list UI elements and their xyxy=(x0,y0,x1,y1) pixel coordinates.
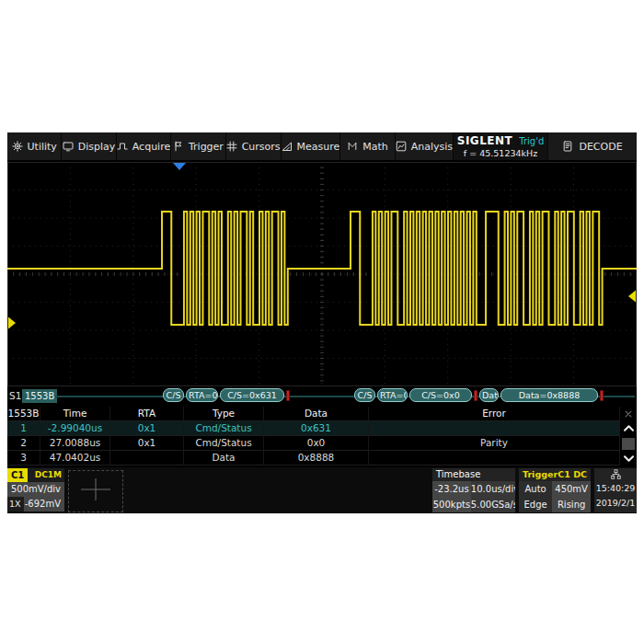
add-channel-box[interactable] xyxy=(68,470,123,512)
trigger-level-marker[interactable] xyxy=(628,291,636,303)
menu-item-label: Acquire xyxy=(132,141,170,153)
trigger-type: Edge xyxy=(519,497,552,512)
trigger-panel[interactable]: Trigger C1 DC Auto 450mV Edge Rising xyxy=(519,468,591,512)
table-cell: 47.0402us xyxy=(40,451,110,466)
decode-table: 1553BTimeRTATypeDataError1-2.99040us0x1C… xyxy=(7,407,637,466)
timebase-sample-rate: 5.00GSa/s xyxy=(471,497,515,512)
decode-bubble: Data=0x8888 xyxy=(500,388,598,402)
menu-item-measure[interactable]: Measure xyxy=(281,132,340,160)
menu-item-label: Trigger xyxy=(189,141,224,153)
table-header-row: 1553BTimeRTATypeDataError xyxy=(7,407,620,421)
timebase-delay: -23.2us xyxy=(432,481,471,497)
plus-crosshair-icon xyxy=(75,476,116,507)
table-cell xyxy=(110,451,184,466)
menu-item-label: Analysis xyxy=(411,141,453,153)
menu-item-cursors[interactable]: Cursors xyxy=(225,132,281,160)
status-bar: C1 DC1M 500mV/div 1X -692mV Timebase -23… xyxy=(7,467,637,513)
network-icon xyxy=(594,468,637,481)
trigger-slope: Rising xyxy=(552,497,591,512)
clock-date: 2019/2/1 xyxy=(594,496,637,511)
display-icon xyxy=(63,141,74,152)
channel1-badge: C1 xyxy=(7,468,28,482)
decode-bubble: C/S xyxy=(354,388,375,402)
table-cell: Time xyxy=(40,407,110,421)
chevron-down-icon[interactable] xyxy=(621,453,636,465)
decode-label: DECODE xyxy=(579,141,622,153)
table-cell: -2.99040us xyxy=(40,421,110,436)
table-cell: 2 xyxy=(7,436,40,451)
table-cell: Data xyxy=(184,451,264,466)
channel1-panel[interactable]: C1 DC1M 500mV/div 1X -692mV xyxy=(7,468,64,512)
menu-item-label: Display xyxy=(78,141,116,153)
close-icon[interactable] xyxy=(621,408,636,420)
decode-bubble: C/S=0x631 xyxy=(220,388,284,402)
table-cell: 27.0088us xyxy=(40,436,110,451)
math-icon xyxy=(347,141,358,152)
clock-panel[interactable]: 15:40:29 2019/2/1 xyxy=(594,468,637,512)
channel1-offset-marker[interactable] xyxy=(8,317,16,329)
table-cell: Cmd/Status xyxy=(184,436,264,451)
table-cell xyxy=(369,451,620,466)
table-cell: 0x1 xyxy=(110,436,184,451)
trigger-flag-icon xyxy=(173,141,184,152)
menu-item-label: Cursors xyxy=(242,141,281,153)
menu-item-trigger[interactable]: Trigger xyxy=(170,132,224,160)
menu-item-label: Utility xyxy=(28,141,57,153)
clock-time: 15:40:29 xyxy=(594,481,637,496)
table-cell: Type xyxy=(184,407,264,421)
trigger-position-marker[interactable] xyxy=(173,163,186,170)
trigger-level: 450mV xyxy=(552,481,591,497)
table-cell: 3 xyxy=(7,451,40,466)
channel1-coupling: DC1M xyxy=(35,470,62,479)
channel1-probe: 1X xyxy=(7,497,24,512)
trigger-title: Trigger xyxy=(523,468,558,481)
table-cell: 0x1 xyxy=(110,421,184,436)
trigger-source: C1 DC xyxy=(558,468,587,481)
timebase-panel[interactable]: Timebase -23.2us 10.0us/div 500kpts 5.00… xyxy=(432,468,515,512)
menu-item-analysis[interactable]: Analysis xyxy=(395,132,453,160)
oscilloscope-screen: UtilityDisplayAcquireTriggerCursorsMeasu… xyxy=(7,132,637,513)
acquire-icon xyxy=(117,141,128,152)
chevron-up-icon[interactable] xyxy=(621,422,636,434)
menu-item-acquire[interactable]: Acquire xyxy=(116,132,170,160)
scrollbar-thumb[interactable] xyxy=(622,438,635,450)
table-cell: Data xyxy=(264,407,369,421)
table-cell: Cmd/Status xyxy=(184,421,264,436)
menu-item-decode[interactable]: DECODE xyxy=(548,132,637,160)
decode-bubble: Data xyxy=(479,388,499,402)
table-cell xyxy=(369,421,620,436)
table-cell: 0x631 xyxy=(264,421,369,436)
table-cell: 0x8888 xyxy=(264,451,369,466)
menu-item-label: Measure xyxy=(297,141,340,153)
trigger-status: Trig'd xyxy=(519,136,544,146)
trigger-frequency: f = 45.51234kHz xyxy=(454,148,547,158)
menu-item-display[interactable]: Display xyxy=(61,132,115,160)
waveform-display xyxy=(7,162,637,386)
analysis-icon xyxy=(396,141,407,152)
decode-bubble: RTA=0x xyxy=(186,388,218,402)
table-cell: Parity xyxy=(369,436,620,451)
gear-icon xyxy=(12,141,23,152)
menu-item-utility[interactable]: Utility xyxy=(7,132,61,160)
channel1-scale: 500mV/div xyxy=(7,482,64,497)
table-cell: 1553B xyxy=(7,407,40,421)
menu-bar: UtilityDisplayAcquireTriggerCursorsMeasu… xyxy=(7,132,637,160)
table-row[interactable]: 227.0088us0x1Cmd/Status0x0Parity xyxy=(7,436,620,451)
table-cell: 0x0 xyxy=(264,436,369,451)
menu-item-math[interactable]: Math xyxy=(339,132,394,160)
decode-bubble: C/S=0x0 xyxy=(409,388,472,402)
measure-icon xyxy=(282,141,293,152)
decode-bubble: RTA=0x xyxy=(377,388,408,402)
timebase-scale: 10.0us/div xyxy=(471,481,515,497)
menu-items: UtilityDisplayAcquireTriggerCursorsMeasu… xyxy=(7,132,453,160)
frame-end-marker xyxy=(474,390,477,401)
table-cell: 1 xyxy=(7,421,40,436)
trigger-mode: Auto xyxy=(519,481,552,497)
timebase-points: 500kpts xyxy=(432,497,471,512)
bus-source-label: S1 xyxy=(9,390,21,401)
decode-table-main: 1553BTimeRTATypeDataError1-2.99040us0x1C… xyxy=(7,407,620,466)
cursors-icon xyxy=(226,141,237,152)
table-row[interactable]: 347.0402usData0x8888 xyxy=(7,451,620,466)
table-row[interactable]: 1-2.99040us0x1Cmd/Status0x631 xyxy=(7,421,620,436)
frame-end-marker xyxy=(600,390,604,401)
